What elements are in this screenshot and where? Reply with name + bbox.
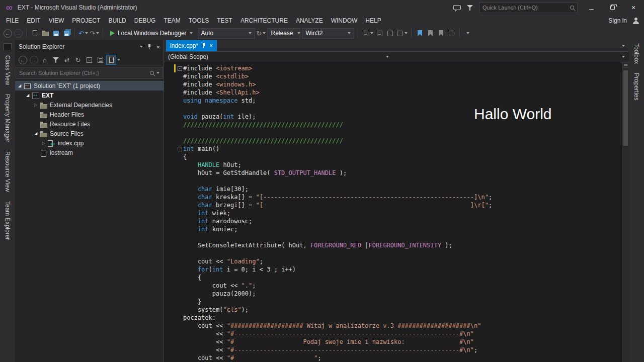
- chevron-down-icon[interactable]: [117, 59, 120, 61]
- code-line[interactable]: #include <cstdlib>: [164, 72, 629, 80]
- bookmark-toggle-icon[interactable]: [415, 28, 424, 38]
- navigate-backward-icon[interactable]: [4, 29, 12, 38]
- tree-item-resource-files[interactable]: Resource Files: [15, 119, 164, 129]
- menu-project[interactable]: PROJECT: [68, 16, 104, 25]
- code-line[interactable]: << "#-----------------------------------…: [164, 346, 629, 354]
- member-dropdown[interactable]: [393, 52, 629, 62]
- tree-item-iostream[interactable]: iostream: [15, 148, 164, 157]
- tree-item-header-files[interactable]: Header Files: [15, 110, 164, 119]
- code-line[interactable]: SetConsoleTextAttribute( hOut, FOREGROUN…: [164, 241, 629, 249]
- start-debug-button[interactable]: Local Windows Debugger: [107, 28, 196, 39]
- code-line[interactable]: poczatek:: [164, 314, 629, 322]
- redo-button[interactable]: [90, 28, 99, 38]
- side-tab-resource-view[interactable]: Resource View: [4, 151, 11, 192]
- code-line[interactable]: char kreska[] = "[----------------------…: [164, 193, 629, 201]
- refresh-button[interactable]: [257, 28, 266, 38]
- open-file-icon[interactable]: [41, 28, 50, 38]
- side-tab-properties[interactable]: Properties: [633, 73, 640, 101]
- filter-icon[interactable]: [51, 55, 61, 65]
- quick-launch-input[interactable]: [482, 5, 568, 11]
- menu-help[interactable]: HELP: [361, 16, 385, 25]
- tree-item-external-dependencies[interactable]: ▷External Dependencies: [15, 100, 164, 110]
- sync-with-active-document-icon[interactable]: [62, 55, 72, 65]
- restore-button[interactable]: [605, 2, 620, 13]
- tool-window-icon[interactable]: [4, 43, 12, 50]
- solution-explorer-header[interactable]: Solution Explorer: [15, 40, 164, 53]
- side-tab-property-manager[interactable]: Property Manager: [4, 94, 11, 142]
- clear-bookmarks-icon[interactable]: [447, 28, 456, 38]
- solution-search-input[interactable]: [19, 70, 147, 76]
- solution-search[interactable]: [16, 67, 163, 79]
- side-tab-toolbox[interactable]: Toolbox: [633, 43, 640, 64]
- code-line[interactable]: {: [164, 153, 629, 161]
- code-line[interactable]: char brzegi[] = "[ ]\r[";: [164, 201, 629, 209]
- search-icon[interactable]: [150, 71, 154, 75]
- vertical-scrollbar[interactable]: [622, 62, 629, 362]
- save-icon[interactable]: [51, 28, 60, 38]
- code-line[interactable]: int wiek;: [164, 209, 629, 217]
- save-all-icon[interactable]: [62, 28, 71, 38]
- expanded-arrow-icon[interactable]: ◢: [16, 83, 23, 88]
- minimize-button[interactable]: [584, 2, 599, 13]
- chevron-down-icon[interactable]: [263, 32, 266, 34]
- code-line[interactable]: cout << ".";: [164, 282, 629, 290]
- code-line[interactable]: #include <ShellApi.h>: [164, 88, 629, 97]
- tree-item-solution-ext-1-project[interactable]: ◢Solution 'EXT' (1 project): [15, 81, 164, 90]
- code-line[interactable]: char imie[30];: [164, 185, 629, 193]
- auto-combo[interactable]: Auto: [198, 28, 255, 39]
- tree-item-source-files[interactable]: ◢Source Files: [15, 129, 164, 138]
- menu-edit[interactable]: EDIT: [23, 16, 44, 25]
- code-line[interactable]: HANDLE hOut;: [164, 161, 629, 169]
- code-line[interactable]: for(int i = 0; i < 3 ; i++): [164, 265, 629, 274]
- bookmark-next-icon[interactable]: [436, 28, 445, 38]
- menu-build[interactable]: BUILD: [104, 16, 130, 25]
- home-icon[interactable]: [40, 55, 50, 65]
- user-account-icon[interactable]: [632, 17, 640, 25]
- menu-analyze[interactable]: ANALYZE: [292, 16, 327, 25]
- menu-tools[interactable]: TOOLS: [185, 16, 213, 25]
- notifications-icon[interactable]: [467, 5, 473, 11]
- code-line[interactable]: int koniec;: [164, 225, 629, 233]
- close-icon[interactable]: [156, 43, 160, 51]
- new-file-icon[interactable]: [30, 28, 39, 38]
- collapsed-arrow-icon[interactable]: ▷: [32, 103, 39, 107]
- expanded-arrow-icon[interactable]: ◢: [32, 131, 39, 136]
- code-line[interactable]: [164, 129, 629, 137]
- chevron-down-icon[interactable]: [156, 72, 159, 74]
- chevron-down-icon[interactable]: [405, 32, 408, 34]
- window-position-chevron-icon[interactable]: [140, 46, 143, 48]
- code-line[interactable]: cout << "Loading";: [164, 257, 629, 265]
- pin-icon[interactable]: [201, 43, 206, 49]
- code-line[interactable]: [164, 233, 629, 241]
- code-line[interactable]: ////////////////////////////////////////…: [164, 137, 629, 145]
- menu-team[interactable]: TEAM: [159, 16, 184, 25]
- code-line[interactable]: }: [164, 298, 629, 306]
- preview-selected-items-icon[interactable]: [106, 55, 116, 65]
- code-line[interactable]: [164, 249, 629, 257]
- forward-icon[interactable]: [30, 56, 38, 64]
- scope-dropdown[interactable]: (Global Scope): [164, 52, 393, 62]
- code-line[interactable]: [164, 105, 629, 113]
- toolbar-options-chevron[interactable]: [463, 28, 472, 38]
- bookmark-previous-icon[interactable]: [426, 28, 435, 38]
- menu-debug[interactable]: DEBUG: [130, 16, 160, 25]
- close-tab-icon[interactable]: [209, 42, 213, 49]
- code-line[interactable]: hOut = GetStdHandle( STD_OUTPUT_HANDLE )…: [164, 169, 629, 177]
- side-tab-team-explorer[interactable]: Team Explorer: [4, 201, 11, 240]
- code-line[interactable]: #include <windows.h>: [164, 80, 629, 88]
- code-line[interactable]: -#include <iostream>: [164, 64, 629, 72]
- code-line[interactable]: void pauza(int ile);: [164, 113, 629, 121]
- code-line[interactable]: int narodowosc;: [164, 217, 629, 225]
- code-line[interactable]: << "#-----------------------------------…: [164, 330, 629, 338]
- feedback-icon[interactable]: [453, 5, 461, 10]
- code-line[interactable]: << "# Podaj swoje imie i nazwisko: #\n": [164, 338, 629, 346]
- code-editor[interactable]: -#include <iostream>#include <cstdlib>#i…: [164, 62, 629, 362]
- code-line[interactable]: -int main(): [164, 145, 629, 153]
- expanded-arrow-icon[interactable]: ◢: [24, 93, 31, 98]
- indent-increase-icon[interactable]: [375, 28, 384, 38]
- quick-launch[interactable]: [479, 3, 578, 13]
- menu-window[interactable]: WINDOW: [327, 16, 362, 25]
- code-line[interactable]: cout << "# ";: [164, 354, 629, 362]
- undo-button[interactable]: [78, 28, 88, 38]
- side-tab-class-view[interactable]: Class View: [4, 55, 11, 85]
